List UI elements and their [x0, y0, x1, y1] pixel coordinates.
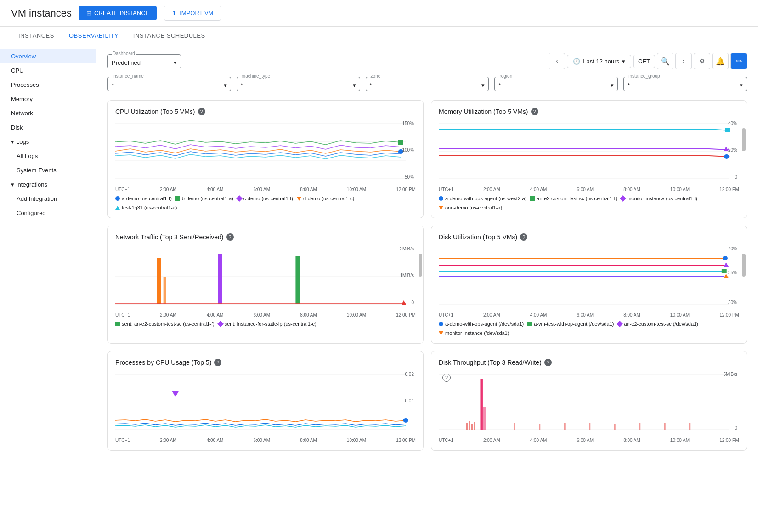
- cpu-legend-test: test-1q31 (us-central1-a): [115, 205, 177, 210]
- tab-instance-schedules[interactable]: INSTANCE SCHEDULES: [126, 27, 213, 45]
- filter-row: instance_name * ▾ machine_type * ▾ zone …: [107, 77, 747, 91]
- svg-rect-22: [164, 277, 166, 304]
- memory-chart-area: 40% 20% 0: [439, 119, 739, 183]
- svg-rect-24: [295, 256, 300, 304]
- sidebar-section-logs[interactable]: ▾ Logs: [0, 135, 96, 149]
- filter-instance-group-value[interactable]: * ▾: [628, 81, 743, 89]
- main-content: Dashboard Predefined ▾ ‹ 🕐 Last 12 hours…: [96, 45, 758, 532]
- filter-machine-type[interactable]: machine_type * ▾: [237, 77, 360, 91]
- create-icon: ⊞: [86, 10, 91, 17]
- disk-throughput-x-labels: UTC+1 2:00 AM 4:00 AM 6:00 AM 8:00 AM 10…: [439, 438, 739, 443]
- create-instance-button[interactable]: ⊞ CREATE INSTANCE: [79, 6, 157, 20]
- svg-rect-51: [483, 407, 486, 430]
- svg-point-42: [403, 418, 408, 423]
- memory-legend: a-demo-with-ops-agent (us-west2-a) an-e2…: [439, 196, 739, 210]
- chart-memory-util: Memory Utilization (Top 5 VMs) ?: [431, 100, 747, 218]
- sidebar-item-system-events[interactable]: System Events: [0, 163, 96, 177]
- chart-processes-cpu: Processes by CPU Usage (Top 5) ?: [107, 351, 424, 451]
- filter-machine-type-value[interactable]: * ▾: [241, 81, 356, 89]
- sidebar-item-cpu[interactable]: CPU: [0, 63, 96, 78]
- disk-throughput-chart-area: 5MiB/s 0 ?: [439, 370, 739, 434]
- disk-x-labels: UTC+1 2:00 AM 4:00 AM 6:00 AM 8:00 AM 10…: [439, 312, 739, 317]
- filter-instance-group[interactable]: instance_group * ▾: [623, 77, 747, 91]
- chart-cpu-util: CPU Utilization (Top 5 VMs) ?: [107, 100, 424, 218]
- memory-help-icon[interactable]: ?: [531, 108, 538, 115]
- chart-disk-title: Disk Utilization (Top 5 VMs) ?: [439, 233, 739, 241]
- chevron-down-icon-f2: ▾: [353, 82, 356, 89]
- memory-x-labels: UTC+1 2:00 AM 4:00 AM 6:00 AM 8:00 AM 10…: [439, 187, 739, 192]
- svg-rect-52: [514, 423, 515, 430]
- svg-rect-53: [539, 424, 540, 430]
- dashboard-dropdown[interactable]: Predefined ▾: [112, 58, 177, 66]
- sidebar-item-configured[interactable]: Configured: [0, 206, 96, 220]
- page-header: VM instances ⊞ CREATE INSTANCE ⬆ IMPORT …: [0, 0, 758, 27]
- svg-rect-55: [589, 423, 590, 430]
- svg-rect-59: [689, 423, 690, 430]
- chart-processes-title: Processes by CPU Usage (Top 5) ?: [115, 359, 416, 366]
- prev-button[interactable]: ‹: [549, 53, 565, 69]
- disk-help-icon[interactable]: ?: [520, 233, 527, 241]
- network-chart-area: 2MiB/s 1MiB/s 0: [115, 244, 416, 309]
- timezone-badge[interactable]: CET: [633, 55, 655, 68]
- search-button[interactable]: 🔍: [657, 53, 673, 69]
- svg-marker-33: [724, 262, 729, 267]
- cpu-x-labels: UTC+1 2:00 AM 4:00 AM 6:00 AM 8:00 AM 10…: [115, 187, 416, 192]
- disk-scrollbar[interactable]: [742, 254, 746, 277]
- tab-observability[interactable]: OBSERVABILITY: [62, 27, 126, 45]
- filter-region[interactable]: region * ▾: [494, 77, 618, 91]
- svg-rect-23: [218, 254, 222, 304]
- chevron-down-icon-time: ▾: [622, 58, 625, 65]
- cpu-legend: a-demo (us-central1-f) b-demo (us-centra…: [115, 196, 416, 210]
- svg-rect-46: [466, 423, 468, 430]
- nav-tabs: INSTANCES OBSERVABILITY INSTANCE SCHEDUL…: [0, 27, 758, 45]
- filter-zone[interactable]: zone * ▾: [366, 77, 489, 91]
- filter-region-value[interactable]: * ▾: [498, 81, 614, 89]
- import-vm-button[interactable]: ⬆ IMPORT VM: [164, 6, 221, 21]
- page-title: VM instances: [11, 7, 72, 19]
- sidebar-item-add-integration[interactable]: Add Integration: [0, 192, 96, 206]
- chart-network-title: Network Traffic (Top 3 Sent/Received) ?: [115, 233, 416, 241]
- sidebar-item-processes[interactable]: Processes: [0, 78, 96, 92]
- svg-rect-58: [664, 423, 666, 430]
- disk-chart-area: 40% 35% 30%: [439, 244, 739, 309]
- disk-throughput-inline-help[interactable]: ?: [442, 374, 451, 382]
- edit-button[interactable]: ✏: [730, 53, 747, 69]
- processes-help-icon[interactable]: ?: [214, 359, 221, 366]
- disk-legend: a-demo-with-ops-agent (/dev/sda1) a-vm-t…: [439, 321, 739, 336]
- filter-instance-name-value[interactable]: * ▾: [112, 81, 227, 89]
- network-scrollbar[interactable]: [419, 254, 422, 277]
- import-icon: ⬆: [172, 10, 177, 17]
- svg-rect-56: [614, 424, 616, 430]
- processes-x-labels: UTC+1 2:00 AM 4:00 AM 6:00 AM 8:00 AM 10…: [115, 438, 416, 443]
- dashboard-controls: Dashboard Predefined ▾ ‹ 🕐 Last 12 hours…: [107, 53, 747, 69]
- sidebar-item-network[interactable]: Network: [0, 106, 96, 120]
- filter-instance-name[interactable]: instance_name * ▾: [107, 77, 231, 91]
- alert-button[interactable]: 🔔: [712, 53, 729, 69]
- chart-disk-util: Disk Utilization (Top 5 VMs) ?: [431, 226, 747, 344]
- chevron-down-icon-f4: ▾: [611, 82, 614, 89]
- sidebar-item-disk[interactable]: Disk: [0, 120, 96, 135]
- settings-button[interactable]: ⚙: [694, 53, 710, 69]
- time-selector[interactable]: 🕐 Last 12 hours ▾: [567, 55, 631, 68]
- disk-throughput-help-icon[interactable]: ?: [544, 359, 552, 366]
- filter-region-label: region: [498, 74, 513, 79]
- chart-memory-title: Memory Utilization (Top 5 VMs) ?: [439, 108, 739, 115]
- memory-scrollbar[interactable]: [742, 128, 746, 151]
- tab-instances[interactable]: INSTANCES: [11, 27, 62, 45]
- cpu-legend-b-demo: b-demo (us-central1-a): [175, 196, 233, 201]
- svg-rect-48: [471, 424, 473, 430]
- cpu-help-icon[interactable]: ?: [198, 108, 205, 115]
- filter-machine-type-label: machine_type: [241, 74, 271, 79]
- sidebar-item-memory[interactable]: Memory: [0, 92, 96, 106]
- svg-rect-21: [157, 258, 161, 304]
- filter-zone-value[interactable]: * ▾: [370, 81, 485, 89]
- network-help-icon[interactable]: ?: [226, 233, 234, 241]
- chart-disk-throughput: Disk Throughput (Top 3 Read/Write) ?: [431, 351, 747, 451]
- sidebar-item-overview[interactable]: Overview: [0, 49, 96, 63]
- chevron-down-icon-f1: ▾: [224, 82, 227, 89]
- chart-network-traffic: Network Traffic (Top 3 Sent/Received) ?: [107, 226, 424, 344]
- sidebar-item-all-logs[interactable]: All Logs: [0, 149, 96, 163]
- next-button[interactable]: ›: [675, 53, 692, 69]
- svg-rect-57: [639, 423, 640, 430]
- sidebar-section-integrations[interactable]: ▾ Integrations: [0, 177, 96, 192]
